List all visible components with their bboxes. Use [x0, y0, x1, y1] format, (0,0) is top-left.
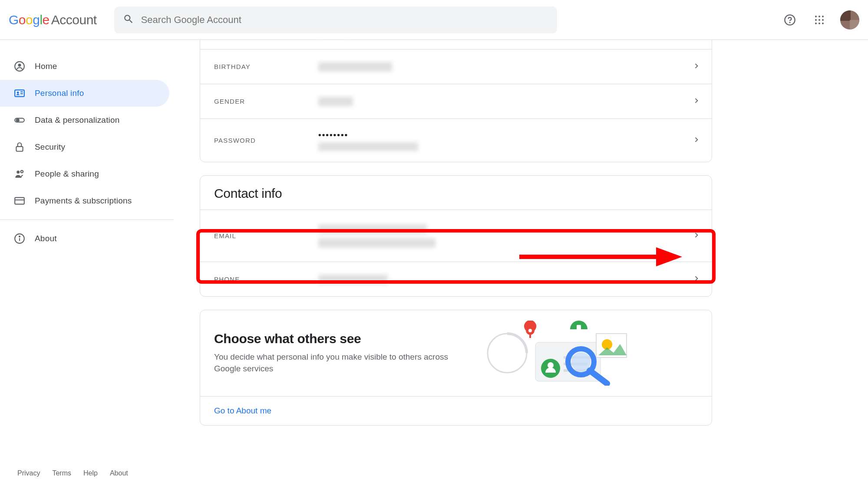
row-label: GENDER — [214, 98, 318, 105]
chevron-right-icon — [692, 230, 701, 242]
nav-label: Security — [35, 142, 65, 152]
nav-label: Data & personalization — [35, 115, 120, 125]
footer-help-link[interactable]: Help — [83, 469, 98, 477]
row-value: xxxxxx — [318, 97, 692, 106]
people-icon — [14, 168, 25, 180]
svg-point-8 — [815, 23, 817, 24]
choose-body-text: You decide what personal info you make v… — [214, 351, 466, 374]
logo-product-label: Account — [51, 13, 97, 27]
svg-rect-13 — [15, 90, 24, 96]
row-value: xxx xxx xx xxxx — [318, 275, 692, 284]
nav-label: Personal info — [35, 88, 84, 98]
svg-rect-19 — [16, 147, 23, 151]
row-gender[interactable]: GENDER xxxxxx — [200, 84, 712, 118]
nav-home[interactable]: Home — [0, 53, 169, 80]
row-value: xxxxxxxxxxxxxxxxxxxxx xxxxxxxxxxxxxxxxxx… — [318, 224, 692, 248]
main-content: NICKNAME xxxxx BIRTHDAY xxxxxx xx xxxx G… — [200, 40, 712, 459]
search-input[interactable] — [141, 14, 548, 26]
nav-payments-subscriptions[interactable]: Payments & subscriptions — [0, 187, 169, 214]
nav-label: About — [35, 234, 57, 243]
svg-point-32 — [548, 362, 554, 368]
svg-point-12 — [18, 64, 21, 67]
chevron-right-icon — [692, 135, 701, 146]
google-account-logo[interactable]: Google Account — [9, 13, 97, 27]
svg-point-20 — [17, 170, 20, 174]
go-to-about-me-link[interactable]: Go to About me — [214, 406, 271, 415]
nav-about[interactable]: About — [0, 225, 169, 252]
nav-label: Home — [35, 62, 57, 71]
google-apps-icon[interactable] — [811, 11, 828, 29]
row-label: BIRTHDAY — [214, 63, 318, 70]
nav-security[interactable]: Security — [0, 134, 169, 161]
svg-point-4 — [822, 16, 824, 17]
row-phone[interactable]: PHONE xxx xxx xx xxxx — [200, 262, 712, 296]
row-email[interactable]: EMAIL xxxxxxxxxxxxxxxxxxxxx xxxxxxxxxxxx… — [200, 210, 712, 262]
svg-rect-22 — [15, 197, 24, 204]
row-label: PHONE — [214, 275, 318, 283]
choose-others-see-card: Choose what others see You decide what p… — [200, 310, 712, 426]
svg-point-5 — [815, 19, 817, 21]
svg-point-29 — [528, 329, 532, 332]
chevron-right-icon — [692, 96, 701, 107]
top-bar: Google Account — [0, 0, 868, 40]
svg-point-6 — [818, 19, 820, 21]
footer-about-link[interactable]: About — [110, 469, 128, 477]
search-box[interactable] — [114, 7, 557, 33]
row-value: •••••••• xxxx xxxxxxx xxx x xxxx — [318, 130, 692, 151]
row-birthday[interactable]: BIRTHDAY xxxxxx xx xxxx — [200, 49, 712, 84]
row-label: PASSWORD — [214, 137, 318, 144]
chevron-right-icon — [692, 61, 701, 72]
search-icon — [123, 13, 134, 26]
svg-point-14 — [17, 92, 19, 94]
choose-illustration — [483, 321, 635, 386]
svg-point-7 — [822, 19, 824, 21]
nav-personal-info[interactable]: Personal info — [0, 80, 169, 107]
svg-point-1 — [789, 22, 790, 23]
home-icon — [14, 61, 25, 72]
sidebar-divider — [0, 220, 174, 220]
credit-card-icon — [14, 195, 25, 206]
svg-point-2 — [815, 16, 817, 17]
nav-label: People & sharing — [35, 169, 99, 179]
footer-privacy-link[interactable]: Privacy — [17, 469, 40, 477]
password-dots: •••••••• — [318, 130, 692, 140]
footer-terms-link[interactable]: Terms — [52, 469, 71, 477]
nav-data-personalization[interactable]: Data & personalization — [0, 107, 169, 134]
basic-info-card: NICKNAME xxxxx BIRTHDAY xxxxxx xx xxxx G… — [200, 40, 712, 162]
nav-label: Payments & subscriptions — [35, 196, 132, 206]
svg-point-18 — [16, 119, 19, 122]
contact-info-card: Contact info EMAIL xxxxxxxxxxxxxxxxxxxxx… — [200, 175, 712, 297]
nav-people-sharing[interactable]: People & sharing — [0, 161, 169, 187]
svg-point-9 — [818, 23, 820, 24]
help-icon[interactable] — [781, 11, 799, 29]
footer: Privacy Terms Help About — [0, 461, 868, 485]
svg-point-26 — [19, 236, 20, 237]
sidebar: Home Personal info Data & personalizatio… — [0, 40, 174, 485]
row-label: EMAIL — [214, 232, 318, 239]
choose-title: Choose what others see — [214, 331, 466, 346]
svg-point-21 — [21, 170, 23, 173]
chevron-right-icon — [692, 274, 701, 285]
lock-icon — [14, 141, 25, 153]
svg-point-41 — [571, 352, 591, 371]
svg-point-3 — [818, 16, 820, 17]
row-password[interactable]: PASSWORD •••••••• xxxx xxxxxxx xxx x xxx… — [200, 118, 712, 162]
svg-point-10 — [822, 23, 824, 24]
info-icon — [14, 233, 25, 244]
id-card-icon — [14, 88, 25, 99]
about-me-link-row: Go to About me — [200, 396, 712, 425]
row-nickname[interactable]: NICKNAME xxxxx — [200, 40, 712, 49]
row-value: xxxxxx xx xxxx — [318, 62, 692, 72]
toggle-icon — [14, 115, 25, 126]
svg-rect-36 — [577, 325, 581, 333]
account-avatar[interactable] — [840, 10, 859, 29]
card-title: Contact info — [200, 176, 712, 204]
